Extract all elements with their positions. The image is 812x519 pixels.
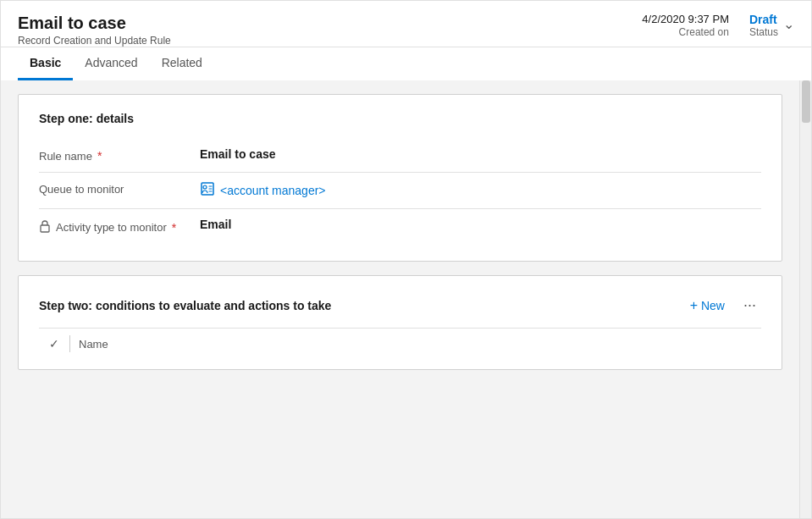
scrollbar[interactable]: [799, 80, 811, 518]
status-label: Status: [749, 26, 778, 38]
step-one-card: Step one: details Rule name * Email to c…: [18, 94, 782, 262]
svg-point-1: [203, 185, 207, 189]
activity-type-row: Activity type to monitor * Email: [39, 209, 761, 244]
step-two-header: Step two: conditions to evaluate and act…: [39, 293, 761, 317]
required-indicator-2: *: [172, 221, 176, 235]
rule-name-value[interactable]: Email to case: [200, 147, 761, 161]
check-column: ✓: [39, 337, 69, 351]
tab-basic[interactable]: Basic: [18, 47, 73, 80]
table-header-row: ✓ Name: [39, 328, 761, 352]
check-icon: ✓: [49, 337, 59, 351]
page-subtitle: Record Creation and Update Rule: [18, 35, 171, 47]
step-one-title: Step one: details: [39, 112, 761, 125]
step-two-title: Step two: conditions to evaluate and act…: [39, 299, 331, 312]
header-status-block: Draft Status ⌄: [749, 13, 794, 38]
column-divider: [69, 335, 70, 352]
more-options-button[interactable]: ···: [738, 293, 761, 317]
queue-monitor-value[interactable]: <account manager>: [200, 181, 761, 200]
lock-icon: [39, 219, 51, 235]
tab-advanced[interactable]: Advanced: [73, 47, 149, 80]
queue-icon: [200, 181, 215, 200]
header-right: 4/2/2020 9:37 PM Created on Draft Status…: [642, 13, 794, 38]
new-button[interactable]: + New: [685, 295, 730, 317]
new-button-label: New: [701, 299, 725, 312]
svg-rect-2: [41, 225, 49, 232]
required-indicator: *: [97, 149, 102, 163]
rule-name-label: Rule name *: [39, 147, 200, 163]
activity-type-value[interactable]: Email: [200, 218, 761, 231]
tabs-bar: Basic Advanced Related: [1, 47, 811, 80]
queue-monitor-label: Queue to monitor: [39, 181, 200, 196]
chevron-down-icon[interactable]: ⌄: [783, 16, 794, 32]
main-content: Step one: details Rule name * Email to c…: [1, 80, 811, 518]
app-container: Email to case Record Creation and Update…: [0, 0, 812, 519]
created-date: 4/2/2020 9:37 PM: [642, 13, 729, 25]
created-on-label: Created on: [642, 26, 729, 38]
queue-monitor-link-text[interactable]: <account manager>: [220, 184, 326, 197]
name-column-header: Name: [79, 338, 108, 351]
tab-related[interactable]: Related: [150, 47, 214, 80]
header-date-block: 4/2/2020 9:37 PM Created on: [642, 13, 729, 38]
header: Email to case Record Creation and Update…: [1, 1, 811, 47]
step-two-card: Step two: conditions to evaluate and act…: [18, 275, 782, 370]
content-area: Step one: details Rule name * Email to c…: [1, 80, 799, 518]
status-badge: Draft: [749, 13, 777, 26]
ellipsis-icon: ···: [743, 296, 756, 314]
plus-icon: +: [690, 298, 698, 313]
step-two-actions: + New ···: [685, 293, 761, 317]
header-left: Email to case Record Creation and Update…: [18, 13, 171, 47]
queue-monitor-row: Queue to monitor <account manager>: [39, 173, 761, 209]
page-title: Email to case: [18, 13, 171, 33]
activity-type-label: Activity type to monitor *: [39, 218, 200, 235]
rule-name-row: Rule name * Email to case: [39, 139, 761, 173]
scrollbar-thumb[interactable]: [802, 80, 810, 123]
